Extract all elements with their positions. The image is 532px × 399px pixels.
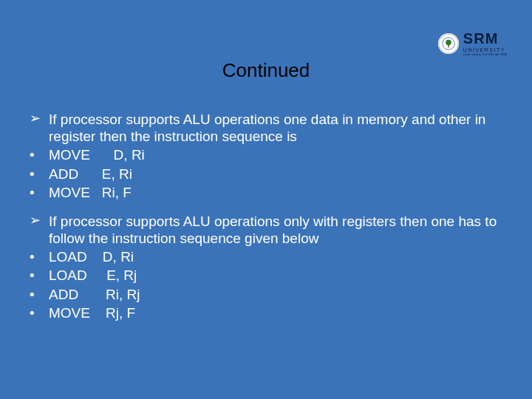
list-item: • MOVE D, Ri [30,146,502,163]
spacer [30,202,502,213]
list-item: • LOAD E, Rj [30,267,502,284]
srm-logo: SRM UNIVERSITY Under section 3 of UGC Ac… [438,31,507,56]
instruction-line: ADD E, Ri [49,166,502,183]
logo-badge-icon [438,33,459,54]
list-item: ➢ If processor supports ALU operations o… [30,213,502,247]
list-item: • MOVE Rj, F [30,304,502,321]
logo-sub: UNIVERSITY [463,47,507,52]
list-item: • MOVE Ri, F [30,184,502,201]
slide: SRM UNIVERSITY Under section 3 of UGC Ac… [0,0,532,399]
list-item: • ADD Ri, Rj [30,286,502,303]
instruction-line: MOVE Rj, F [49,304,502,321]
dot-bullet-icon: • [30,184,49,201]
arrow-bullet-icon: ➢ [30,111,49,145]
list-item: • LOAD D, Ri [30,248,502,265]
list-item: ➢ If processor supports ALU operations o… [30,111,502,145]
dot-bullet-icon: • [30,304,49,321]
dot-bullet-icon: • [30,248,49,265]
logo-tag: Under section 3 of UGC Act 1956 [463,53,507,56]
tree-icon [442,37,455,50]
list-item: • ADD E, Ri [30,166,502,183]
slide-title: Continued [0,59,532,82]
logo-text: SRM UNIVERSITY Under section 3 of UGC Ac… [463,31,507,56]
instruction-line: MOVE Ri, F [49,184,502,201]
dot-bullet-icon: • [30,267,49,284]
dot-bullet-icon: • [30,166,49,183]
dot-bullet-icon: • [30,146,49,163]
instruction-line: MOVE D, Ri [49,146,502,163]
instruction-line: LOAD E, Rj [49,267,502,284]
slide-body: ➢ If processor supports ALU operations o… [30,111,502,323]
dot-bullet-icon: • [30,286,49,303]
svg-rect-2 [448,44,449,48]
section2-lead: If processor supports ALU operations onl… [49,213,502,247]
instruction-line: ADD Ri, Rj [49,286,502,303]
instruction-line: LOAD D, Ri [49,248,502,265]
section1-lead: If processor supports ALU operations one… [49,111,502,145]
logo-name: SRM [463,31,507,46]
arrow-bullet-icon: ➢ [30,213,49,247]
